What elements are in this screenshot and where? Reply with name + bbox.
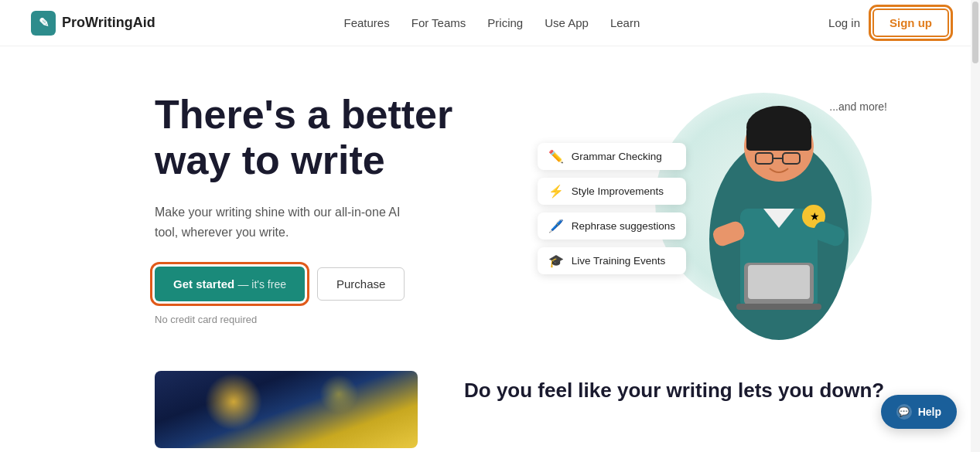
help-icon: 💬 <box>896 404 912 420</box>
svg-rect-10 <box>736 304 821 310</box>
bottom-right: Do you feel like your writing lets you d… <box>464 371 949 403</box>
feature-cards: ✏️ Grammar Checking ⚡ Style Improvements… <box>538 143 686 274</box>
nav-right: Log in Sign up <box>828 8 949 37</box>
feature-card-style: ⚡ Style Improvements <box>538 178 686 205</box>
rephrase-icon: 🖊️ <box>548 219 564 233</box>
grammar-label: Grammar Checking <box>572 151 662 162</box>
starry-night-art <box>155 371 418 448</box>
signup-button[interactable]: Sign up <box>872 8 949 37</box>
feature-card-rephrase: 🖊️ Rephrase suggestions <box>538 212 686 240</box>
svg-rect-9 <box>748 265 810 299</box>
hero-title: There's a better way to write <box>155 92 480 185</box>
nav-for-teams[interactable]: For Teams <box>411 16 466 29</box>
nav-pricing[interactable]: Pricing <box>487 16 523 29</box>
style-label: Style Improvements <box>572 185 664 197</box>
brand-name: ProWritingAid <box>62 15 155 31</box>
grammar-icon: ✏️ <box>548 149 564 164</box>
help-button[interactable]: 💬 Help <box>881 395 957 429</box>
hero-left: There's a better way to write Make your … <box>155 92 480 326</box>
svg-text:★: ★ <box>810 210 820 223</box>
logo-link[interactable]: ✎ ProWritingAid <box>31 11 155 36</box>
no-credit-text: No credit card required <box>155 314 480 325</box>
svg-rect-3 <box>746 127 811 151</box>
nav-use-app[interactable]: Use App <box>545 16 589 29</box>
bottom-heading: Do you feel like your writing lets you d… <box>464 379 949 403</box>
logo-icon: ✎ <box>31 11 56 36</box>
hero-subtitle: Make your writing shine with our all-in-… <box>155 202 418 242</box>
rephrase-label: Rephrase suggestions <box>572 220 675 232</box>
bottom-section: Do you feel like your writing lets you d… <box>0 355 980 448</box>
hero-right: ★ ...and more! ✏️ Grammar Checking ⚡ Sty… <box>480 77 949 340</box>
training-label: Live Training Events <box>572 255 666 267</box>
help-label: Help <box>918 406 941 418</box>
feature-card-training: 🎓 Live Training Events <box>538 247 686 274</box>
main-nav: ✎ ProWritingAid Features For Teams Prici… <box>0 0 980 46</box>
person-figure: ★ <box>702 85 856 332</box>
get-started-button[interactable]: Get started — it's free <box>155 267 305 301</box>
starry-night-image <box>155 371 418 448</box>
nav-learn[interactable]: Learn <box>610 16 640 29</box>
purchase-button[interactable]: Purchase <box>317 267 405 301</box>
hero-buttons: Get started — it's free Purchase <box>155 267 480 301</box>
training-icon: 🎓 <box>548 253 564 268</box>
nav-features[interactable]: Features <box>344 16 390 29</box>
login-link[interactable]: Log in <box>828 16 860 29</box>
feature-card-grammar: ✏️ Grammar Checking <box>538 143 686 170</box>
hero-section: There's a better way to write Make your … <box>0 46 980 355</box>
person-svg: ★ <box>702 85 856 340</box>
scroll-thumb[interactable] <box>972 2 978 63</box>
nav-links: Features For Teams Pricing Use App Learn <box>344 16 640 30</box>
style-icon: ⚡ <box>548 184 564 199</box>
scrollbar[interactable] <box>971 0 980 452</box>
